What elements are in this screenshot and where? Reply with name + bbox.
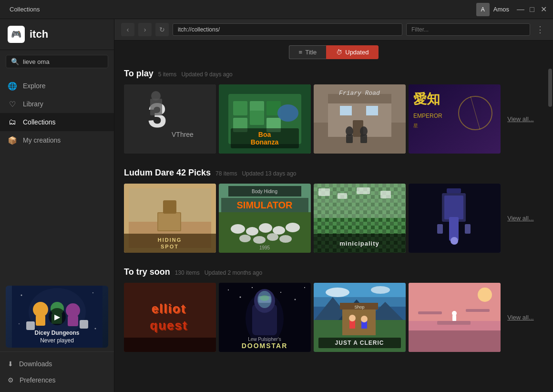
sidebar-item-label: Library (23, 100, 43, 108)
svg-point-74 (267, 233, 278, 241)
sidebar-item-downloads[interactable]: ⬇ Downloads (0, 356, 114, 372)
nav-items: 🌐 Explore ♡ Library 🗂 Collections 📦 My c… (0, 73, 114, 282)
view-all-button[interactable]: View all... (503, 84, 538, 154)
game-thumb[interactable]: elliot elliot quest quest (124, 283, 216, 352)
svg-rect-104 (124, 338, 216, 352)
svg-text:quest: quest (150, 318, 187, 332)
more-button[interactable]: ⋮ (534, 24, 546, 35)
my-creations-icon: 📦 (8, 135, 17, 145)
avatar: A (476, 3, 490, 16)
svg-rect-144 (418, 311, 442, 314)
game-thumb[interactable]: Body Hiding SIMULATOR (219, 184, 311, 253)
tab-title-label: Title (305, 49, 317, 56)
scrollbar-thumb[interactable] (548, 69, 552, 107)
collection-item-count: 78 items (215, 170, 237, 177)
svg-point-108 (252, 287, 253, 288)
sidebar-item-collections[interactable]: 🗂 Collections (0, 113, 114, 131)
svg-text:Shop: Shop (354, 305, 364, 309)
game-thumb[interactable] (409, 283, 501, 352)
svg-rect-87 (380, 191, 391, 198)
svg-rect-35 (340, 106, 352, 115)
forward-button[interactable]: › (138, 23, 152, 36)
game-grid: 3 VThree (124, 84, 538, 154)
game-grid: elliot elliot quest quest (124, 283, 538, 352)
url-bar[interactable] (173, 23, 402, 36)
svg-rect-143 (437, 321, 471, 325)
sidebar-item-preferences[interactable]: ⚙ Preferences (0, 372, 114, 388)
game-thumb[interactable]: minicipality (314, 184, 406, 253)
svg-rect-86 (357, 187, 370, 194)
svg-point-18 (151, 91, 161, 101)
game-thumb[interactable]: 3 VThree (124, 84, 216, 154)
collection-header: To try soon 130 items Updated 2 months a… (124, 267, 538, 277)
svg-rect-14 (124, 84, 216, 154)
svg-point-148 (478, 288, 492, 302)
window-controls[interactable]: — □ ✕ (517, 6, 547, 13)
svg-text:Lew Pulsipher's: Lew Pulsipher's (248, 337, 281, 342)
maximize-button[interactable]: □ (528, 6, 536, 13)
game-thumb[interactable] (409, 184, 501, 253)
svg-point-110 (295, 299, 296, 300)
game-thumb[interactable]: Friary Road (314, 84, 406, 154)
tab-title[interactable]: ≡ Title (289, 45, 327, 59)
svg-point-109 (280, 292, 281, 293)
featured-game[interactable]: ▶ Dicey Dungeons Never played (6, 286, 108, 348)
game-thumb[interactable]: 愛知 EMPEROR 星 (409, 84, 501, 154)
refresh-button[interactable]: ↻ (155, 23, 169, 36)
close-button[interactable]: ✕ (540, 6, 547, 13)
back-button[interactable]: ‹ (121, 23, 134, 36)
collection-section: To play 5 items Updated 9 days ago 3 VTh… (124, 69, 538, 154)
svg-text:Body Hiding: Body Hiding (252, 189, 277, 194)
svg-rect-7 (68, 316, 78, 326)
svg-point-111 (304, 287, 305, 288)
svg-rect-9 (80, 320, 88, 329)
collection-section: To try soon 130 items Updated 2 months a… (124, 267, 538, 352)
svg-point-125 (371, 286, 390, 294)
game-thumb[interactable]: Boa Bonanza (219, 84, 311, 154)
collections-icon: 🗂 (8, 117, 17, 127)
svg-rect-85 (338, 193, 347, 199)
svg-rect-97 (465, 224, 471, 234)
svg-text:SIMULATOR: SIMULATOR (236, 200, 293, 210)
downloads-label: Downloads (19, 360, 52, 368)
sidebar: 🎮 itch 🔍 🌐 Explore ♡ Library 🗂 Collectio… (0, 19, 114, 392)
user-area: A Amos (476, 3, 509, 16)
view-all-button[interactable]: View all... (503, 184, 538, 253)
svg-text:DOOMSTAR: DOOMSTAR (242, 342, 288, 350)
svg-rect-142 (409, 330, 501, 352)
main-content: ‹ › ↻ ⋮ ≡ Title ⏱ Updated T (114, 19, 553, 392)
preferences-label: Preferences (20, 376, 55, 384)
minimize-button[interactable]: — (517, 6, 524, 13)
svg-rect-55 (158, 213, 180, 230)
svg-point-71 (286, 223, 300, 232)
svg-rect-146 (452, 315, 456, 321)
logo-icon: 🎮 (8, 26, 25, 43)
collection-updated: Updated 13 days ago (242, 170, 296, 177)
logo-area: 🎮 itch (0, 19, 114, 50)
svg-rect-17 (150, 99, 162, 115)
preferences-icon: ⚙ (8, 376, 14, 384)
search-bar[interactable]: 🔍 (6, 55, 108, 68)
scrollbar-track[interactable] (547, 64, 553, 392)
svg-point-2 (33, 302, 48, 317)
tab-updated[interactable]: ⏱ Updated (326, 45, 379, 59)
collection-section: Ludum Dare 42 Picks 78 items Updated 13 … (124, 168, 538, 253)
svg-text:SPOT: SPOT (161, 244, 179, 249)
play-button-icon[interactable]: ▶ (49, 308, 66, 325)
sidebar-item-label: My creations (23, 136, 61, 144)
filter-input[interactable] (406, 23, 530, 36)
svg-rect-41 (360, 134, 367, 143)
sidebar-item-my-creations[interactable]: 📦 My creations (0, 131, 114, 149)
svg-point-73 (253, 236, 266, 244)
svg-point-68 (246, 227, 258, 236)
user-name: Amos (493, 6, 509, 13)
sidebar-item-library[interactable]: ♡ Library (0, 95, 114, 113)
search-icon: 🔍 (11, 58, 19, 65)
game-thumb[interactable]: Shop JUST A CLERIC (314, 283, 406, 352)
search-input[interactable] (23, 58, 103, 65)
title-bar: Collections A Amos — □ ✕ (0, 0, 553, 19)
game-thumb[interactable]: HIDING SPOT (124, 184, 216, 253)
sidebar-item-explore[interactable]: 🌐 Explore (0, 77, 114, 95)
view-all-button[interactable]: View all... (503, 283, 538, 352)
game-thumb[interactable]: Lew Pulsipher's DOOMSTAR (219, 283, 311, 352)
